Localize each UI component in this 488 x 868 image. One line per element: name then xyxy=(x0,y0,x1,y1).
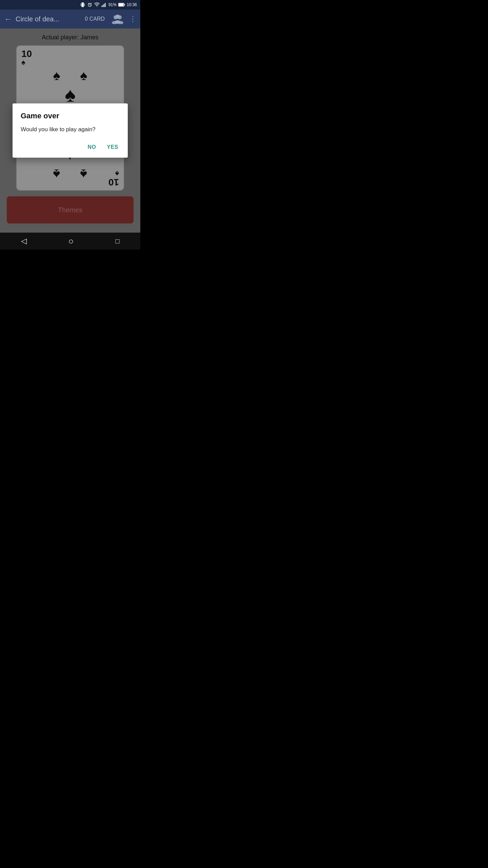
dialog-title: Game over xyxy=(21,112,120,120)
nav-bar: ◁ ○ □ xyxy=(0,233,140,250)
svg-rect-0 xyxy=(82,2,84,7)
svg-rect-2 xyxy=(84,3,85,6)
back-button[interactable]: ← xyxy=(4,14,12,24)
svg-rect-1 xyxy=(81,3,81,6)
vibrate-icon xyxy=(80,2,85,7)
yes-button[interactable]: YES xyxy=(105,142,120,152)
time-display: 10:36 xyxy=(127,2,137,7)
svg-rect-8 xyxy=(105,3,106,7)
nav-back-button[interactable]: ◁ xyxy=(21,237,27,245)
svg-rect-11 xyxy=(124,4,125,5)
dialog-overlay: Game over Would you like to play again? … xyxy=(0,28,140,233)
app-title: Circle of dea... xyxy=(16,15,81,23)
main-content: Actual player: James 10 ♠ ♠ ♠ ♠ ♠ ♠ ♠ ♠ … xyxy=(0,28,140,233)
signal-icon xyxy=(101,2,107,7)
svg-point-14 xyxy=(116,15,120,19)
svg-point-17 xyxy=(115,20,121,24)
nav-home-button[interactable]: ○ xyxy=(68,236,74,246)
alarm-icon xyxy=(87,2,93,7)
more-button[interactable]: ⋮ xyxy=(129,15,136,23)
app-bar: ← Circle of dea... 0 CARD ⋮ xyxy=(0,9,140,28)
status-bar: 91% 10:36 xyxy=(0,0,140,9)
svg-rect-10 xyxy=(119,3,124,6)
svg-rect-6 xyxy=(103,5,103,7)
game-over-dialog: Game over Would you like to play again? … xyxy=(13,103,128,158)
svg-point-4 xyxy=(97,6,97,7)
nav-recent-button[interactable]: □ xyxy=(115,237,119,245)
wifi-icon xyxy=(94,2,100,7)
dialog-message: Would you like to play again? xyxy=(21,125,120,134)
svg-rect-7 xyxy=(104,4,104,7)
group-icon[interactable] xyxy=(111,14,124,24)
battery-percent: 91% xyxy=(108,2,117,7)
svg-rect-5 xyxy=(102,6,102,7)
card-count: 0 CARD xyxy=(85,16,105,22)
status-icons: 91% 10:36 xyxy=(80,2,137,7)
no-button[interactable]: NO xyxy=(86,142,97,152)
dialog-buttons: NO YES xyxy=(21,142,120,152)
battery-icon xyxy=(118,3,125,7)
